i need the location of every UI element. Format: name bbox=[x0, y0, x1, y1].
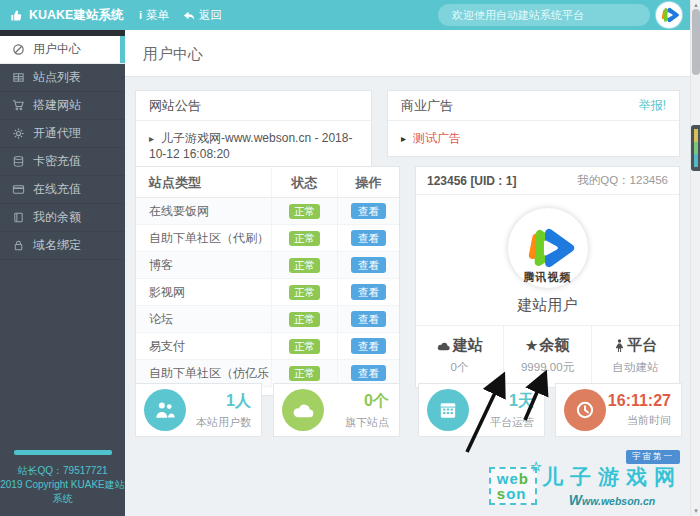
sidebar-item-site-list[interactable]: 站点列表 bbox=[0, 64, 125, 92]
col-header-site-type: 站点类型 bbox=[136, 167, 271, 197]
back-button[interactable]: 返回 bbox=[183, 8, 222, 23]
avatar[interactable]: 腾讯视频 bbox=[508, 208, 588, 288]
caret-icon: ▸ bbox=[401, 133, 406, 144]
notice-text: 儿子游戏网-www.webson.cn - 2018-10-12 16:08:2… bbox=[149, 131, 352, 161]
sidebar-item-label: 站点列表 bbox=[33, 69, 81, 86]
status-badge: 正常 bbox=[289, 366, 320, 381]
sidebar-item-online-recharge[interactable]: 在线充值 bbox=[0, 176, 125, 204]
view-button[interactable]: 查看 bbox=[351, 311, 386, 327]
notice-item[interactable]: ▸儿子游戏网-www.webson.cn - 2018-10-12 16:08:… bbox=[136, 121, 371, 170]
sidebar-item-my-balance[interactable]: 我的余额 bbox=[0, 204, 125, 232]
search-input[interactable] bbox=[438, 4, 650, 26]
stat-value: 0个 bbox=[416, 360, 503, 375]
stat-value: 自动建站 bbox=[592, 360, 679, 375]
card-value: 0个 bbox=[324, 391, 389, 412]
scrollbar[interactable]: ▲ ▼ bbox=[690, 0, 700, 516]
sidebar-item-open-agent[interactable]: 开通代理 bbox=[0, 120, 125, 148]
widget-stripe bbox=[694, 129, 698, 167]
credit-card-icon bbox=[12, 183, 25, 196]
table-icon bbox=[12, 71, 25, 84]
database-icon bbox=[12, 155, 25, 168]
info-icon: i bbox=[139, 9, 142, 21]
floating-side-widget[interactable] bbox=[691, 125, 700, 171]
watermark-badge: 宇宙第一 bbox=[626, 450, 680, 464]
status-badge: 正常 bbox=[289, 231, 320, 246]
view-button[interactable]: 查看 bbox=[351, 257, 386, 273]
stat-build-sites: 建站 0个 bbox=[416, 326, 503, 387]
col-header-status: 状态 bbox=[271, 167, 337, 197]
card-label: 本站用户数 bbox=[186, 415, 251, 430]
profile-panel: 123456 [UID : 1] 我的QQ：123456 腾讯视频 建站用户 建… bbox=[415, 166, 680, 388]
uid-text: 123456 [UID : 1] bbox=[427, 174, 516, 188]
site-type-cell: 博客 bbox=[136, 252, 271, 278]
sidebar-item-label: 用户中心 bbox=[33, 41, 81, 58]
menu-label: 菜单 bbox=[146, 8, 169, 23]
page-title: 用户中心 bbox=[125, 30, 690, 64]
view-button[interactable]: 查看 bbox=[351, 365, 386, 381]
status-badge: 正常 bbox=[289, 258, 320, 273]
watermark-main: 宇宙第一 儿子游戏网 Www.webson.cn bbox=[542, 463, 682, 508]
table-row: 易支付 正常 查看 bbox=[136, 333, 399, 360]
card-value: 16:11:27 bbox=[606, 392, 671, 410]
view-button[interactable]: 查看 bbox=[351, 203, 386, 219]
scrollbar-thumb[interactable] bbox=[692, 9, 700, 75]
topbar: KUAKE建站系统 i 菜单 返回 bbox=[0, 0, 700, 30]
ad-item[interactable]: ▸测试广告 bbox=[388, 121, 679, 156]
cart-icon bbox=[12, 99, 25, 112]
scroll-up-icon[interactable]: ▲ bbox=[691, 1, 700, 9]
clock-icon bbox=[575, 400, 595, 420]
webmaster-qq: 站长QQ：79517721 bbox=[0, 464, 125, 478]
sidebar-item-label: 开通代理 bbox=[33, 125, 81, 142]
table-row: 博客 正常 查看 bbox=[136, 252, 399, 279]
logo-letters: on bbox=[506, 485, 526, 502]
card-sub-sites: 0个 旗下站点 bbox=[273, 383, 400, 437]
watermark-title: 儿子游戏网 bbox=[542, 463, 682, 491]
profile-stats: 建站 0个 ★ 余额 9999.00元 平台 自动建站 bbox=[416, 325, 679, 387]
sidebar-item-build-site[interactable]: 搭建网站 bbox=[0, 92, 125, 120]
card-platform-days: 1天 平台运营 bbox=[418, 383, 545, 437]
view-button[interactable]: 查看 bbox=[351, 338, 386, 354]
scroll-down-icon[interactable]: ▼ bbox=[691, 507, 700, 515]
view-button[interactable]: 查看 bbox=[351, 284, 386, 300]
url-rest: ww.webson.cn bbox=[582, 495, 655, 507]
users-icon bbox=[154, 400, 176, 420]
copyright: 2019 Copyright KUAKE建站系统 bbox=[0, 478, 125, 506]
sidebar-item-user-center[interactable]: 用户中心 bbox=[0, 36, 125, 64]
logo-letters: s bbox=[497, 485, 506, 502]
profile-header: 123456 [UID : 1] 我的QQ：123456 bbox=[416, 167, 679, 195]
card-site-users: 1人 本站用户数 bbox=[135, 383, 262, 437]
ad-panel: 商业广告 举报! ▸测试广告 bbox=[387, 90, 680, 157]
sidebar-item-label: 卡密充值 bbox=[33, 153, 81, 170]
calendar-icon bbox=[438, 400, 458, 420]
view-button[interactable]: 查看 bbox=[351, 230, 386, 246]
back-label: 返回 bbox=[199, 8, 222, 23]
stat-balance: ★ 余额 9999.00元 bbox=[503, 326, 591, 387]
site-type-cell: 自助下单社区（代刷） bbox=[136, 225, 271, 251]
notice-panel-title: 网站公告 bbox=[149, 97, 201, 115]
stat-value: 9999.00元 bbox=[504, 360, 591, 375]
avatar-caption: 腾讯视频 bbox=[508, 270, 588, 285]
sidebar: 用户中心 站点列表 搭建网站 开通代理 卡密充值 在线充值 我的余额 域名绑定 bbox=[0, 30, 125, 516]
sidebar-item-card-recharge[interactable]: 卡密充值 bbox=[0, 148, 125, 176]
user-title: 建站用户 bbox=[416, 296, 679, 315]
site-type-table: 站点类型 状态 操作 在线要饭网 正常 查看 自助下单社区（代刷） 正常 查看 … bbox=[135, 166, 400, 396]
site-type-cell: 影视网 bbox=[136, 279, 271, 305]
site-type-cell: 在线要饭网 bbox=[136, 198, 271, 224]
report-link[interactable]: 举报! bbox=[639, 97, 666, 114]
sidebar-item-label: 搭建网站 bbox=[33, 97, 81, 114]
col-header-action: 操作 bbox=[337, 167, 399, 197]
table-header-row: 站点类型 状态 操作 bbox=[136, 167, 399, 198]
brand-label: KUAKE建站系统 bbox=[29, 7, 123, 24]
sidebar-item-label: 域名绑定 bbox=[33, 237, 81, 254]
menu-button[interactable]: i 菜单 bbox=[139, 8, 169, 23]
brand[interactable]: KUAKE建站系统 bbox=[0, 7, 125, 24]
cloud-icon bbox=[436, 340, 451, 352]
table-row: 论坛 正常 查看 bbox=[136, 306, 399, 333]
table-row: 在线要饭网 正常 查看 bbox=[136, 198, 399, 225]
url-prefix: W bbox=[569, 492, 582, 508]
sidebar-item-domain-binding[interactable]: 域名绑定 bbox=[0, 232, 125, 260]
topbar-logo[interactable] bbox=[656, 2, 682, 28]
sidebar-item-label: 在线充值 bbox=[33, 181, 81, 198]
person-icon bbox=[614, 339, 625, 353]
table-row: 自助下单社区（代刷） 正常 查看 bbox=[136, 225, 399, 252]
